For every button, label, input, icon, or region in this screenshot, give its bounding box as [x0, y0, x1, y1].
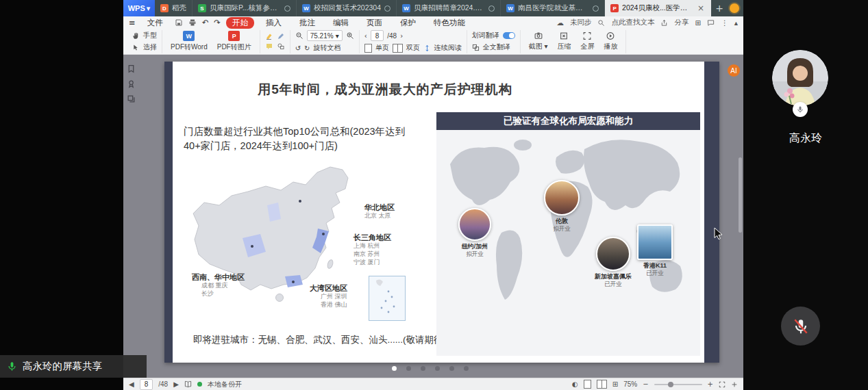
single-page-label[interactable]: 单页: [375, 43, 389, 53]
wps-assistant-badge[interactable]: AI: [728, 64, 740, 77]
close-icon[interactable]: ×: [697, 4, 705, 12]
menu-tab-home[interactable]: 开始: [226, 17, 254, 29]
backup-status-label[interactable]: 本地备份开: [208, 380, 242, 389]
zoom-out-icon[interactable]: [295, 31, 303, 40]
save-icon[interactable]: [175, 18, 183, 27]
slide-right-bar: [704, 62, 719, 363]
share-icon[interactable]: [660, 19, 668, 27]
double-page-icon[interactable]: [393, 44, 403, 53]
zoom-in-icon[interactable]: [346, 31, 354, 40]
hamburger-icon[interactable]: ≡: [129, 18, 136, 27]
rotate-right-icon[interactable]: ↻: [304, 44, 310, 52]
menu-tab-special[interactable]: 特色功能: [427, 17, 471, 29]
single-page-icon[interactable]: [364, 44, 372, 53]
vertical-scrollbar[interactable]: [739, 157, 742, 233]
mute-button[interactable]: [781, 307, 820, 346]
pdf-to-word-button[interactable]: W PDF转Word: [167, 31, 211, 52]
redo-icon[interactable]: ↷: [214, 18, 221, 27]
prev-page-icon[interactable]: ‹: [364, 32, 367, 40]
zoom-minus-icon[interactable]: −: [643, 380, 648, 388]
zoom-slider-knob[interactable]: [668, 382, 673, 387]
menu-tab-comment[interactable]: 批注: [293, 17, 321, 29]
rotate-left-icon[interactable]: ↺: [295, 44, 301, 52]
grid-icon[interactable]: ⊞: [695, 18, 701, 27]
callout-london: 伦敦 拟开业: [537, 180, 586, 233]
print-icon[interactable]: [188, 18, 197, 27]
compress-button[interactable]: 压缩: [554, 31, 574, 51]
cloud-sync-icon[interactable]: ☁: [556, 18, 564, 27]
eye-protect-icon[interactable]: ◐: [572, 380, 578, 388]
tab-sheet-doc[interactable]: S 贝康国际P...核算参照表: [193, 0, 297, 16]
participant-video-tile[interactable]: [772, 50, 828, 106]
expand-view-icon[interactable]: [731, 381, 738, 388]
comment-icon[interactable]: [707, 19, 715, 27]
singapore-photo: [596, 237, 630, 271]
statusbar-prev-page-icon[interactable]: ◀: [129, 380, 134, 388]
sync-status-label: 未同步: [570, 18, 592, 27]
statusbar-double-page-icon[interactable]: [597, 380, 607, 389]
wps-logo-button[interactable]: WPS ▾: [123, 0, 155, 16]
meeting-panel: 高永玲: [743, 0, 868, 390]
zoom-plus-icon[interactable]: +: [708, 380, 713, 388]
menu-tab-page[interactable]: 页面: [360, 17, 388, 29]
zoom-slider[interactable]: [654, 384, 702, 385]
new-york-photo: [458, 208, 491, 241]
highlighter-icon[interactable]: [265, 32, 273, 40]
more-icon[interactable]: ⋮: [721, 18, 728, 27]
new-tab-button[interactable]: +: [711, 0, 728, 16]
menu-tab-insert[interactable]: 插入: [260, 17, 288, 29]
statusbar-zoom-value[interactable]: 75%: [623, 380, 637, 388]
menu-file[interactable]: 文件: [141, 17, 169, 29]
member-avatar-icon[interactable]: [730, 3, 739, 13]
full-translate-label[interactable]: 全文翻译: [483, 42, 510, 52]
fullscreen-button[interactable]: 全屏: [577, 31, 597, 51]
layers-icon[interactable]: [127, 94, 136, 103]
share-label[interactable]: 分享: [674, 18, 689, 27]
menu-tab-edit[interactable]: 编辑: [327, 17, 355, 29]
screen-share-banner: 高永玲的屏幕共享: [0, 355, 147, 378]
statusbar-next-page-icon[interactable]: ▶: [173, 380, 179, 388]
word-translate-label[interactable]: 划词翻译: [472, 31, 499, 40]
select-tool[interactable]: 选择: [132, 42, 157, 52]
tab-word-doc-2[interactable]: W 贝康招聘简章2024.docx: [397, 0, 501, 16]
hand-tool[interactable]: 手型: [132, 31, 157, 40]
collapse-ribbon-icon[interactable]: ▴: [734, 18, 738, 27]
london-photo: [544, 180, 580, 216]
edit-text-icon[interactable]: [277, 32, 285, 40]
continuous-read-icon[interactable]: [423, 44, 431, 52]
double-page-label[interactable]: 双页: [406, 43, 420, 53]
slide-page-dots: [392, 366, 469, 371]
read-mode-icon[interactable]: [184, 380, 192, 388]
menu-tab-protect[interactable]: 保护: [394, 17, 422, 29]
search-icon[interactable]: [597, 19, 605, 27]
tab-pdf-active[interactable]: P 2024贝康校...医学院.pdf ×: [605, 0, 711, 16]
continuous-read-label[interactable]: 连续阅读: [434, 43, 462, 53]
statusbar-fullscreen-icon[interactable]: [719, 381, 726, 388]
shapes-icon[interactable]: [277, 42, 285, 51]
statusbar-layout-icon[interactable]: ⊞: [612, 380, 618, 388]
undo-icon[interactable]: ↶: [202, 18, 209, 27]
word-translate-toggle[interactable]: [503, 32, 515, 39]
tab-menu-icon[interactable]: [593, 5, 599, 12]
page-number-input[interactable]: 8: [371, 30, 384, 41]
seal-icon[interactable]: [127, 79, 136, 88]
tab-menu-icon[interactable]: [284, 5, 290, 12]
screenshot-button[interactable]: 截图 ▾: [525, 31, 551, 51]
tab-docer[interactable]: D 稻壳: [155, 0, 193, 16]
tab-menu-icon[interactable]: [384, 5, 390, 12]
statusbar-single-page-icon[interactable]: [584, 380, 591, 389]
bookmark-icon[interactable]: [127, 64, 136, 73]
tab-menu-icon[interactable]: [488, 5, 495, 12]
rotate-doc-label[interactable]: 旋转文档: [314, 43, 341, 53]
pdf-to-image-button[interactable]: P PDF转图片: [214, 31, 255, 52]
coming-cities-text: 即将进驻城市：无锡、合肥、武汉、西安、汕头......(敬请期待): [193, 334, 446, 346]
play-button[interactable]: 播放: [600, 31, 621, 51]
tab-word-doc-1[interactable]: W 校招回复话术202304: [297, 0, 397, 16]
tab-word-doc-3[interactable]: W 南昌医学院就业基地协议: [501, 0, 605, 16]
participant-mic-icon[interactable]: [793, 102, 808, 117]
next-page-icon[interactable]: ›: [400, 32, 403, 40]
note-icon[interactable]: [265, 42, 273, 51]
statusbar-page-input[interactable]: 8: [140, 379, 153, 390]
find-text-label[interactable]: 点此查找文本: [611, 18, 654, 27]
zoom-value-dropdown[interactable]: 75.21% ▾: [307, 30, 343, 41]
